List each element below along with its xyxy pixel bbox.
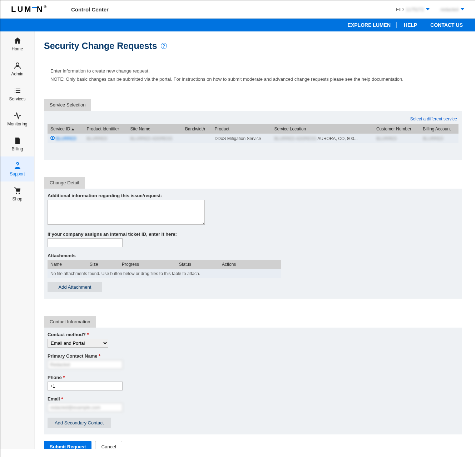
explore-lumen-link[interactable]: EXPLORE LUMEN — [342, 22, 397, 28]
contact-us-link[interactable]: CONTACT US — [425, 22, 468, 28]
email-label: Email * — [48, 396, 458, 402]
page-title-row: Security Change Requests ? — [44, 41, 462, 51]
att-col-actions: Actions — [219, 260, 281, 269]
col-product[interactable]: Product — [212, 124, 271, 134]
instruction-text: Enter information to create new change r… — [50, 68, 462, 74]
section-tab: Change Detail — [44, 177, 85, 189]
user-icon — [13, 61, 22, 70]
service-location-value: BLURRED ADDRESS AURORA, CO, 800... — [272, 134, 373, 143]
user-name: redacted — [440, 7, 458, 12]
header-title: Control Center — [71, 6, 109, 13]
home-icon — [13, 36, 22, 45]
site-name-value: BLURRED ADDRESS — [130, 136, 173, 141]
sidebar-item-shop[interactable]: Shop — [0, 181, 34, 206]
additional-info-textarea[interactable] — [48, 200, 205, 225]
customer-number-value: BLURRED — [376, 136, 397, 141]
primary-contact-input[interactable] — [48, 360, 123, 369]
sort-asc-icon — [71, 128, 74, 130]
add-attachment-button[interactable]: Add Attachment — [48, 282, 102, 292]
add-secondary-contact-button[interactable]: Add Secondary Contact — [48, 418, 111, 428]
col-product-identifier[interactable]: Product Identifier — [84, 124, 127, 134]
col-billing-account[interactable]: Billing Account — [420, 124, 458, 134]
contact-method-select[interactable]: Email and Portal — [48, 339, 108, 348]
activity-icon — [13, 111, 22, 120]
product-value: DDoS Mitigation Service — [212, 134, 271, 143]
sidebar-item-home[interactable]: Home — [0, 31, 34, 56]
chevron-down-icon — [426, 8, 430, 10]
sidebar: Home Admin Services Monitoring Billing S… — [0, 31, 35, 449]
submit-request-button[interactable]: Submit Request — [44, 441, 91, 449]
user-dropdown[interactable]: redacted — [440, 7, 464, 12]
service-selection-section: Service Selection Select a different ser… — [44, 99, 462, 160]
help-link[interactable]: HELP — [398, 22, 423, 28]
col-service-location[interactable]: Service Location — [272, 124, 373, 134]
col-service-id[interactable]: Service ID — [48, 124, 84, 134]
no-attachments-text: No file attachments found. Use button be… — [48, 269, 281, 278]
note-text: NOTE: Only basic changes can be submitte… — [50, 76, 462, 82]
cancel-button[interactable]: Cancel — [95, 441, 122, 449]
sidebar-item-support[interactable]: Support — [0, 156, 34, 181]
email-input[interactable] — [48, 403, 123, 412]
col-bandwidth[interactable]: Bandwidth — [182, 124, 212, 134]
additional-info-label: Additional information regarding this is… — [48, 193, 458, 198]
sidebar-item-label: Support — [10, 171, 25, 176]
billing-account-value: BLURRED — [423, 136, 443, 141]
sidebar-item-label: Billing — [11, 146, 23, 151]
contact-info-section: Contact Information Contact method? * Em… — [44, 316, 462, 434]
main-content: Security Change Requests ? Enter informa… — [35, 31, 475, 449]
section-tab: Contact Information — [44, 316, 96, 328]
sidebar-item-services[interactable]: Services — [0, 81, 34, 106]
eid-dropdown[interactable]: EID 1175272 — [396, 7, 430, 12]
att-col-size: Size — [87, 260, 119, 269]
col-customer-number[interactable]: Customer Number — [373, 124, 420, 134]
sidebar-item-monitoring[interactable]: Monitoring — [0, 106, 34, 131]
contact-method-label: Contact method? * — [48, 332, 458, 337]
section-tab: Service Selection — [44, 99, 91, 111]
change-detail-section: Change Detail Additional information reg… — [44, 177, 462, 299]
att-col-name: Name — [48, 260, 87, 269]
sidebar-item-label: Admin — [11, 71, 23, 76]
logo: LUMN® — [11, 5, 48, 14]
product-identifier-value: BLURRED — [86, 136, 107, 141]
page-title: Security Change Requests — [44, 41, 157, 51]
form-actions: Submit Request Cancel — [44, 441, 462, 449]
primary-contact-label: Primary Contact Name * — [48, 353, 458, 359]
sidebar-item-label: Shop — [12, 196, 22, 201]
attachments-label: Attachments — [48, 253, 458, 258]
sidebar-item-label: Monitoring — [7, 121, 27, 126]
svg-point-0 — [16, 63, 19, 66]
radio-selected-icon[interactable] — [50, 136, 55, 140]
app-header: LUMN® Control Center EID 1175272 redacte… — [0, 0, 475, 19]
top-nav-bar: EXPLORE LUMEN HELP CONTACT US — [0, 19, 475, 31]
sidebar-item-admin[interactable]: Admin — [0, 56, 34, 81]
sidebar-item-billing[interactable]: Billing — [0, 131, 34, 156]
att-col-status: Status — [176, 260, 219, 269]
help-icon[interactable]: ? — [161, 43, 167, 49]
service-table: Service ID Product Identifier Site Name … — [48, 124, 458, 143]
sidebar-item-label: Home — [11, 46, 23, 51]
cart-icon — [13, 186, 22, 195]
attachments-table: Name Size Progress Status Actions No fil… — [48, 260, 281, 278]
col-site-name[interactable]: Site Name — [128, 124, 182, 134]
select-different-service-link[interactable]: Select a different service — [48, 115, 458, 124]
phone-label: Phone * — [48, 375, 458, 380]
phone-input[interactable] — [48, 382, 123, 390]
chevron-down-icon — [461, 8, 464, 10]
support-icon — [13, 161, 22, 170]
eid-label: EID — [396, 7, 404, 12]
ticket-id-input[interactable] — [48, 238, 123, 247]
sidebar-item-label: Services — [9, 96, 25, 101]
document-icon — [13, 136, 22, 145]
eid-value: 1175272 — [406, 7, 424, 12]
service-id-value: BLURRED — [56, 136, 76, 141]
table-row[interactable]: BLURRED BLURRED BLURRED ADDRESS DDoS Mit… — [48, 134, 458, 143]
bandwidth-value — [182, 134, 212, 143]
att-col-progress: Progress — [119, 260, 176, 269]
ticket-id-label: If your company assigns an internal tick… — [48, 232, 458, 237]
list-icon — [13, 86, 22, 95]
